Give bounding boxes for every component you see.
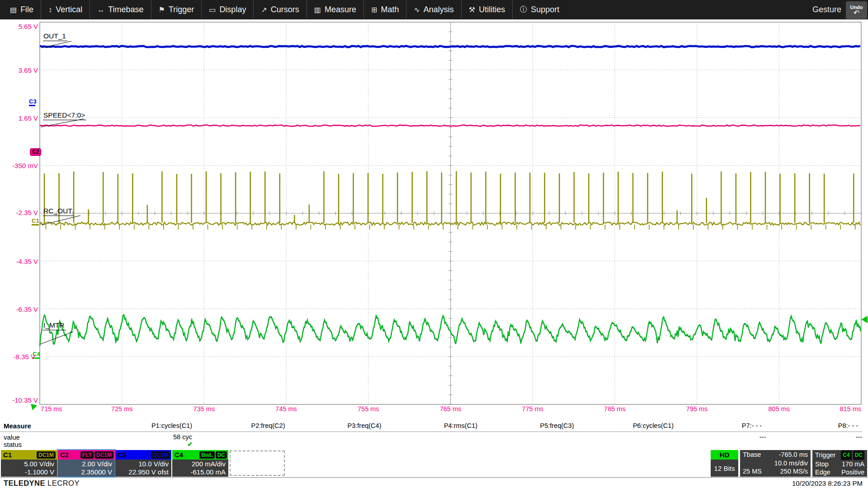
measure-header-p3[interactable]: P3:freq(C4) [348,422,382,429]
menu-item-trigger[interactable]: ⚑ Trigger [151,0,202,19]
descriptor-settings: 2.00 V/div2.35000 V [58,460,115,476]
trigger-title: Trigger [815,451,835,460]
time-label-1: 725 ms [111,405,133,413]
coupling-badge: DC [216,451,227,459]
time-label-3: 745 ms [275,405,297,413]
voltage-label-3: -350 mV [0,162,38,169]
menu-item-vertical[interactable]: ↕ Vertical [41,0,90,19]
voltage-label-8: -10.35 V [0,396,38,404]
footer-bar: TELEDYNE LECROY 10/20/2023 8:26:23 PM [0,477,868,488]
datetime-label: 10/20/2023 8:26:23 PM [792,479,863,487]
measure-header-p2[interactable]: P2:freq(C2) [251,422,285,429]
measure-icon: ▥ [314,5,321,14]
menu-item-cursors[interactable]: ↗ Cursors [253,0,306,19]
menu-item-display[interactable]: ▭ Display [201,0,253,19]
descriptor-header-c4: C4BwLDC [172,450,228,460]
trigger-mode: Stop [815,460,829,469]
descriptor-settings: 200 mA/div-615.00 mA [172,460,228,476]
tbase-offset: -765.0 ms [779,450,808,459]
measure-panel: Measure value status P1:cycles(C1)58 cyc… [0,421,868,450]
trace-label-speed[interactable]: SPEED<7:0> [43,111,86,120]
analysis-icon: ∿ [414,5,420,14]
coupling-badge: DC1M [94,451,113,459]
menu-item-math[interactable]: ⊞ Math [363,0,406,19]
descriptor-header-c3: C3DC1M [115,450,171,460]
time-label-2: 735 ms [193,405,215,413]
measure-header-p5[interactable]: P5:freq(C3) [540,422,574,429]
descriptor-header-c2: C2FLTDC1M [58,450,115,460]
empty-descriptor-slot[interactable] [230,450,285,476]
trace-label-rcout[interactable]: RC_OUT [43,207,74,216]
hd-mode-box[interactable]: HD 12 Bits [711,450,738,477]
c1-level-marker[interactable]: C1 [32,218,39,225]
measure-status-p1: ✔ [187,441,193,448]
trace-label-imtr[interactable]: I_MTR [43,321,66,330]
channel-descriptor-c3[interactable]: C3DC1M10.0 V/div22.950 V ofst [115,450,171,477]
descriptor-settings: 10.0 V/div22.950 V ofst [115,460,171,476]
measure-row-status-label: status [4,441,22,448]
trigger-icon: ⚑ [159,5,165,14]
measure-header-p6[interactable]: P6:cycles(C1) [633,422,674,429]
undo-button[interactable]: Undo ↶ [846,1,867,19]
time-label-4: 755 ms [358,405,379,413]
oscilloscope-screen: ▤ File ↕ Vertical ↔ Timebase ⚑ Trigger ▭… [0,0,868,488]
trigger-source-badge: C4 [841,450,851,460]
file-icon: ▤ [10,5,17,14]
coupling-badge: FLT [80,451,94,459]
menu-bar: ▤ File ↕ Vertical ↔ Timebase ⚑ Trigger ▭… [0,0,868,19]
trigger-coupling-badge: DC [853,450,864,460]
support-icon: ⓘ [520,5,527,14]
measure-header-p1[interactable]: P1:cycles(C1) [151,422,192,429]
display-icon: ▭ [209,5,216,14]
waveform-plot[interactable] [0,0,868,488]
channel-id-label: C4 [175,451,183,459]
menu-item-measure[interactable]: ▥ Measure [307,0,363,19]
coupling-badge: DC1M [151,451,170,459]
trace-label-out1[interactable]: OUT_1 [43,32,67,41]
tbase-title: Tbase [743,450,761,459]
voltage-label-7: -8.35 V [0,353,35,361]
channel-id-label: C2 [60,451,69,459]
channel-id-label: C1 [3,451,12,459]
voltage-label-0: 5.65 V [0,23,38,30]
voltage-label-1: 3.65 V [0,66,38,74]
menu-item-file[interactable]: ▤ File [3,0,41,19]
channel-id-label: C3 [118,451,126,459]
time-label-10: 815 ms [840,405,861,413]
measure-header-p7[interactable]: P7:- - - [742,422,762,429]
menu-item-utilities[interactable]: ⚒ Utilities [461,0,512,19]
c2-level-marker[interactable]: C2 [30,148,41,156]
channel-descriptor-c2[interactable]: C2FLTDC1M2.00 V/div2.35000 V [58,450,115,477]
timebase-box[interactable]: Tbase -765.0 ms 10.0 ms/div 25 MS 250 MS… [740,450,811,477]
channel-descriptor-c1[interactable]: C1DC1M5.00 V/div-1.1000 V [1,450,57,477]
measure-row-value-label: value [4,433,20,441]
menu-item-support[interactable]: ⓘ Support [512,0,566,19]
measure-header-p8[interactable]: P8:- - - [838,422,858,429]
voltage-label-6: -6.35 V [0,305,38,313]
math-icon: ⊞ [371,5,377,14]
c3-marker-bar [29,105,35,106]
measure-header-p4[interactable]: P4:rms(C1) [444,422,477,429]
gesture-label: Gesture [812,5,841,14]
menu-item-timebase[interactable]: ↔ Timebase [90,0,151,19]
menu-item-analysis[interactable]: ∿ Analysis [406,0,461,19]
tbase-rate: 250 MS/s [780,467,808,476]
utilities-icon: ⚒ [469,5,475,14]
hd-bits: 12 Bits [711,460,738,477]
cursors-icon: ↗ [261,5,267,14]
time-label-0: 715 ms [41,405,62,413]
descriptor-header-c1: C1DC1M [1,450,57,460]
c1-marker-bar [32,224,39,225]
channel-descriptor-c4[interactable]: C4BwLDC200 mA/div-615.00 mA [172,450,228,477]
time-label-7: 785 ms [604,405,626,413]
trigger-box[interactable]: Trigger C4 DC Stop 170 mA Edge Positive [812,450,867,477]
undo-arrow-icon: ↶ [854,10,859,16]
trigger-type: Edge [815,468,830,477]
vertical-icon: ↕ [48,6,52,14]
measure-separator [0,432,862,432]
tbase-samples: 25 MS [743,467,762,476]
trigger-level: 170 mA [842,460,864,469]
c3-level-marker[interactable]: C3 [29,99,37,106]
timebase-icon: ↔ [97,6,104,14]
voltage-label-5: -4.35 V [0,257,38,265]
